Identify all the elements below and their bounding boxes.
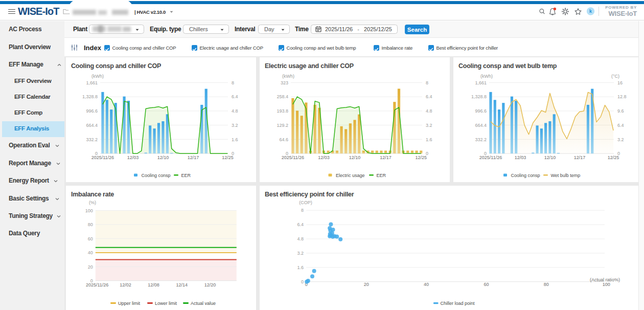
svg-text:12/14: 12/14 [176,282,188,287]
svg-text:3.2: 3.2 [297,251,304,256]
svg-text:12/08: 12/08 [148,282,159,287]
svg-text:100: 100 [603,282,610,287]
svg-text:(%): (%) [89,200,96,205]
svg-text:8: 8 [301,208,304,213]
svg-text:80: 80 [88,222,93,227]
svg-text:6.4: 6.4 [232,94,238,99]
svg-text:1.6: 1.6 [232,137,238,142]
svg-text:1.6: 1.6 [297,265,304,270]
svg-text:(kWh): (kWh) [480,74,493,79]
svg-text:332.2: 332.2 [86,137,98,142]
svg-text:EER: EER [181,173,191,178]
svg-text:60: 60 [484,282,489,287]
svg-text:12/10: 12/10 [157,155,169,160]
svg-text:(kWh): (kWh) [282,74,294,79]
svg-text:Actual value: Actual value [191,301,216,306]
svg-text:996.6: 996.6 [475,108,487,114]
svg-text:40: 40 [424,282,429,287]
svg-text:20: 20 [364,282,369,287]
svg-text:60: 60 [88,236,93,241]
svg-text:12/10: 12/10 [349,155,361,160]
svg-text:(kWh): (kWh) [91,74,104,79]
svg-text:1,328.8: 1,328.8 [471,94,487,99]
svg-text:6.4: 6.4 [426,94,432,99]
svg-text:258.4: 258.4 [277,94,288,99]
svg-text:12/03: 12/03 [127,155,139,160]
svg-text:664.4: 664.4 [86,123,98,128]
svg-text:12/03: 12/03 [515,155,526,160]
svg-text:40: 40 [88,250,93,255]
svg-text:2025/11/26: 2025/11/26 [282,155,304,160]
svg-text:12/03: 12/03 [318,155,330,160]
svg-text:100: 100 [85,208,93,213]
svg-text:332.2: 332.2 [475,137,487,142]
svg-text:2025/11/26: 2025/11/26 [86,282,108,287]
svg-text:80: 80 [544,282,549,287]
svg-text:0: 0 [301,279,304,284]
svg-text:12/25: 12/25 [608,155,619,160]
svg-text:3.2: 3.2 [426,123,432,128]
svg-text:12/17: 12/17 [188,155,199,160]
svg-text:12/10: 12/10 [544,155,556,160]
svg-text:4.8: 4.8 [232,108,238,114]
svg-text:6.4: 6.4 [617,123,624,128]
svg-text:6.4: 6.4 [297,222,304,227]
svg-text:12.8: 12.8 [617,94,627,99]
svg-text:12/17: 12/17 [380,155,392,160]
svg-text:193.8: 193.8 [277,108,288,114]
svg-text:(Actual ratio%): (Actual ratio%) [590,277,620,282]
svg-text:8: 8 [426,80,428,85]
svg-text:4.8: 4.8 [426,108,432,114]
svg-text:3.2: 3.2 [232,123,238,128]
svg-text:2025/11/26: 2025/11/26 [479,155,502,160]
svg-text:(COP): (COP) [299,200,312,205]
svg-text:1.6: 1.6 [426,137,432,142]
svg-text:12/02: 12/02 [120,282,131,287]
svg-text:64.6: 64.6 [279,137,288,142]
svg-text:EER: EER [377,173,386,178]
svg-text:996.6: 996.6 [86,108,98,114]
svg-text:9.6: 9.6 [617,108,624,114]
svg-text:12/20: 12/20 [204,282,216,287]
svg-text:Cooling consp: Cooling consp [511,173,540,178]
svg-text:Electric usage: Electric usage [336,173,365,178]
svg-text:(°C): (°C) [611,74,619,79]
svg-text:12/17: 12/17 [574,155,586,160]
svg-text:20: 20 [88,264,93,270]
svg-text:12/25: 12/25 [416,155,427,160]
svg-text:Upper limit: Upper limit [118,301,141,306]
svg-text:1,328.8: 1,328.8 [82,94,98,99]
svg-text:4.8: 4.8 [297,236,304,241]
svg-text:129.2: 129.2 [277,123,288,128]
svg-text:8: 8 [232,80,234,85]
svg-text:2025/11/26: 2025/11/26 [91,155,114,160]
svg-text:1,661: 1,661 [86,80,98,85]
svg-text:664.4: 664.4 [475,123,487,128]
svg-text:Wet bulb temp: Wet bulb temp [551,173,581,178]
svg-text:12/25: 12/25 [222,155,234,160]
svg-text:Chiller load point: Chiller load point [441,301,475,306]
svg-text:1,661: 1,661 [475,80,487,85]
svg-text:Lower limit: Lower limit [155,301,177,306]
svg-text:16: 16 [617,80,623,85]
svg-text:323: 323 [281,80,288,85]
svg-text:3.2: 3.2 [617,137,624,142]
svg-text:Cooling consp: Cooling consp [142,173,171,178]
